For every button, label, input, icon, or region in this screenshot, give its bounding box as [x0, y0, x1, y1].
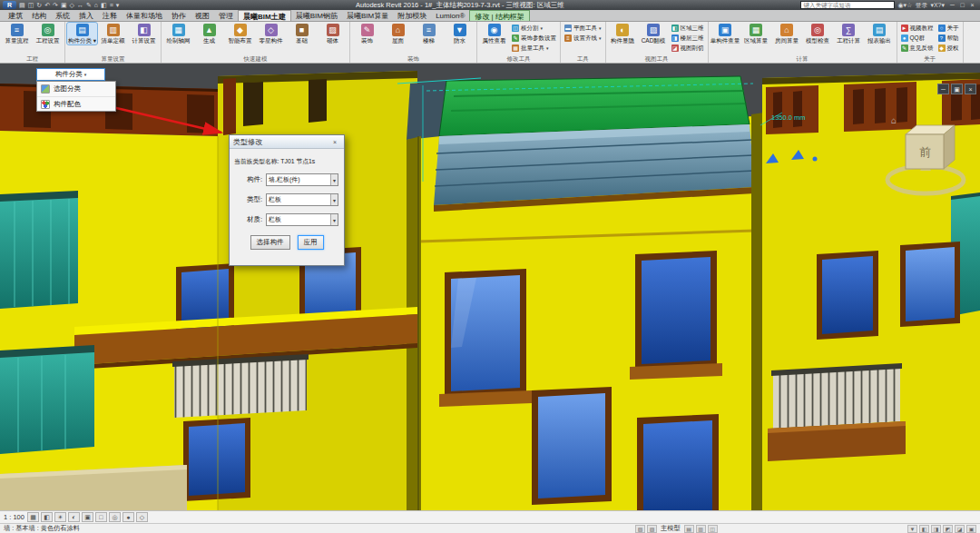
ribbon-button[interactable]: ◉属性查看: [479, 23, 509, 44]
show-crop-region-icon[interactable]: □: [95, 512, 107, 522]
shadows-icon[interactable]: ◐: [68, 512, 80, 522]
ribbon-button[interactable]: ≡楼梯: [414, 23, 444, 44]
drawing-area[interactable]: 1350.0 mm: [0, 64, 980, 510]
press-drag-icon[interactable]: ▥: [696, 525, 706, 533]
ribbon-button[interactable]: ▬平面工具▾: [563, 24, 603, 33]
temporary-hide-isolate-icon[interactable]: ◎: [109, 512, 121, 522]
ribbon-tab[interactable]: Lumion®: [431, 10, 469, 21]
ribbon-button[interactable]: ▤构件分类 ▾: [67, 23, 97, 44]
ribbon-tab[interactable]: 插入: [74, 10, 98, 21]
ribbon-button[interactable]: ◆智能布置: [225, 23, 255, 44]
3d-view-canvas[interactable]: 1350.0 mm: [0, 64, 980, 510]
ribbon-tab[interactable]: 晨曦BIM钢筋: [291, 10, 342, 21]
balcony-railing[interactable]: [172, 354, 309, 418]
ribbon-button[interactable]: ◆授权: [936, 44, 961, 53]
ribbon-button[interactable]: ✎装饰参数设置: [510, 34, 558, 43]
view-close-icon[interactable]: ×: [965, 84, 976, 94]
ribbon-button[interactable]: ▦批量工具▾: [510, 44, 558, 53]
drag-on-selection-icon[interactable]: ▣: [966, 525, 976, 533]
ribbon-button[interactable]: ◧区域三维: [670, 24, 706, 33]
balcony-railing[interactable]: [771, 363, 902, 429]
ribbon-tab[interactable]: 体量和场地: [122, 10, 167, 21]
dialog-title-bar[interactable]: 类型修改 ×: [230, 135, 344, 149]
ribbon-button[interactable]: ▲生成: [194, 23, 224, 44]
section-icon[interactable]: ◧: [101, 1, 107, 10]
revit-app-button[interactable]: R: [3, 1, 16, 9]
dialog-combobox[interactable]: 栏板▾: [266, 193, 338, 206]
crop-view-icon[interactable]: ▣: [82, 512, 93, 522]
ribbon-button[interactable]: ≡算量流程: [2, 23, 32, 44]
ribbon-button[interactable]: ◪视图剖切: [670, 44, 706, 53]
ribbon-button[interactable]: ◫板分割▾: [510, 24, 558, 33]
window[interactable]: [817, 251, 878, 340]
ribbon-button[interactable]: ■基础: [287, 23, 317, 44]
search-input[interactable]: [800, 1, 895, 9]
ribbon-button[interactable]: ○关于: [936, 24, 961, 33]
ribbon-tab[interactable]: 晨曦BIM土建: [238, 10, 291, 21]
reveal-hidden-icon[interactable]: ●: [122, 512, 134, 522]
ribbon-button[interactable]: ✎装饰: [352, 23, 382, 44]
view-restore-icon[interactable]: ▣: [951, 84, 963, 94]
default-3d-view-icon[interactable]: ⌂: [94, 1, 98, 10]
help-dropdown-icon[interactable]: ▾: [941, 2, 945, 8]
dialog-combobox[interactable]: 墙,栏板(件)▾: [266, 173, 338, 186]
dialog-button[interactable]: 选择构件: [250, 235, 290, 250]
viewcube-front-face-label[interactable]: 前: [919, 145, 931, 159]
viewcube-home-icon[interactable]: ⌂: [891, 115, 897, 125]
glass-balcony-panel[interactable]: [0, 198, 78, 309]
ribbon-tab[interactable]: 协作: [167, 10, 191, 21]
scale-button[interactable]: 1 : 100: [4, 513, 24, 521]
select-by-face-icon[interactable]: ◪: [955, 525, 965, 533]
view-minimize-icon[interactable]: ─: [937, 84, 949, 94]
text-note-icon[interactable]: ✎: [86, 1, 92, 10]
ribbon-tab[interactable]: 建筑: [4, 10, 27, 21]
ribbon-button[interactable]: ?帮助: [936, 34, 961, 43]
open-file-icon[interactable]: ▤: [19, 1, 25, 10]
qat-dropdown-icon[interactable]: ▾: [116, 1, 120, 10]
worksets-icon[interactable]: ▧: [635, 525, 645, 533]
thin-lines-icon[interactable]: ≡: [110, 1, 113, 10]
ribbon-button[interactable]: ●QQ群: [899, 34, 936, 43]
ribbon-button[interactable]: ⌂屋面: [383, 23, 413, 44]
measure-icon[interactable]: ◇: [70, 1, 74, 10]
print-icon[interactable]: ▣: [61, 1, 67, 10]
ribbon-button[interactable]: ▤报表输出: [865, 23, 895, 44]
visual-style-icon[interactable]: ◧: [41, 512, 53, 522]
maximize-icon[interactable]: □: [957, 1, 967, 10]
ribbon-button[interactable]: ►视频教程: [899, 24, 936, 33]
ribbon-tab[interactable]: 附加模块: [393, 10, 431, 21]
ribbon-button[interactable]: ✎意见反馈: [899, 44, 936, 53]
ribbon-button[interactable]: ▧CAD翻模: [639, 23, 669, 44]
ribbon-button[interactable]: ◎工程设置: [33, 23, 63, 44]
temporary-view-properties-icon[interactable]: ◇: [136, 512, 148, 522]
menu-item[interactable]: 构件配色: [37, 96, 115, 111]
ribbon-tab[interactable]: 系统: [51, 10, 74, 21]
window[interactable]: [439, 269, 532, 407]
communication-center-icon[interactable]: ☆: [906, 2, 912, 8]
ribbon-tab[interactable]: 管理: [214, 10, 238, 21]
ribbon-button[interactable]: ◐构件显隐: [608, 23, 638, 44]
ribbon-button[interactable]: ▥清单定额: [98, 23, 128, 44]
window[interactable]: [532, 387, 612, 505]
background-process-icon[interactable]: ◫: [708, 525, 718, 533]
aligned-dimension-icon[interactable]: ↔: [77, 1, 83, 10]
dialog-combobox[interactable]: 栏板▾: [266, 213, 338, 226]
close-icon[interactable]: ×: [967, 1, 977, 10]
redo-icon[interactable]: ↷: [53, 1, 58, 10]
window[interactable]: [637, 414, 719, 510]
ribbon-tab[interactable]: 修改 | 结构框架: [469, 10, 530, 21]
minimize-icon[interactable]: ─: [947, 1, 957, 10]
signin-label[interactable]: 登录: [915, 1, 927, 10]
filter-icon[interactable]: ▼: [907, 525, 917, 533]
ribbon-button[interactable]: ◇零星构件: [256, 23, 286, 44]
ribbon-tab[interactable]: 晨曦BIM算量: [342, 10, 393, 21]
ribbon-tab[interactable]: 视图: [191, 10, 214, 21]
menu-item[interactable]: 选图分类: [37, 82, 115, 96]
select-underlay-icon[interactable]: ◨: [931, 525, 941, 533]
window[interactable]: [630, 251, 722, 380]
dialog-button[interactable]: 应用: [298, 235, 324, 250]
ribbon-button[interactable]: ◧计算设置: [129, 23, 159, 44]
select-pinned-icon[interactable]: ◩: [943, 525, 953, 533]
ribbon-button[interactable]: ▣单构件查量: [710, 23, 740, 44]
main-model-label[interactable]: 主模型: [661, 524, 681, 533]
